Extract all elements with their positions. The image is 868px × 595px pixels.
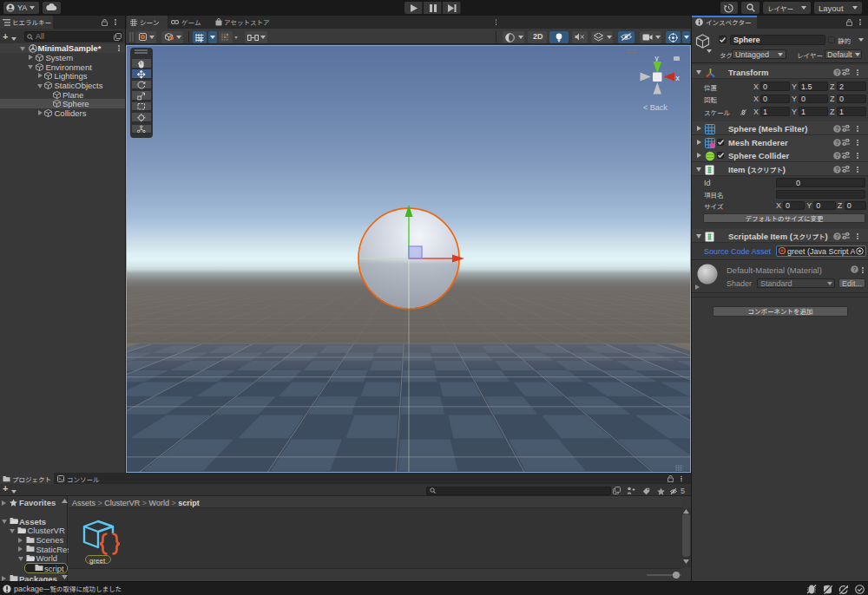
svg-text:?: ? — [835, 233, 838, 239]
svg-text:y: y — [655, 54, 660, 62]
svg-text:x: x — [676, 74, 681, 82]
svg-text:?: ? — [835, 167, 838, 173]
svg-text:?: ? — [835, 140, 838, 146]
svg-text:?: ? — [835, 126, 838, 132]
svg-text:?: ? — [835, 153, 838, 159]
svg-text:?: ? — [852, 266, 856, 272]
svg-text:?: ? — [835, 69, 838, 75]
svg-text:Y: Y — [199, 36, 203, 42]
